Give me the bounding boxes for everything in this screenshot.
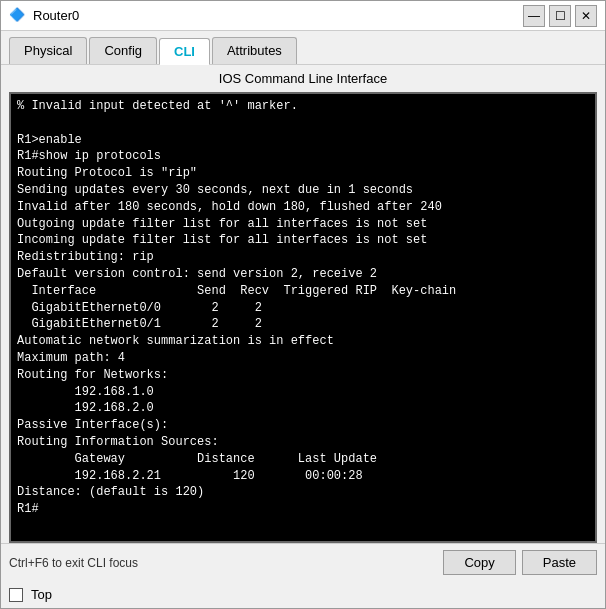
paste-button[interactable]: Paste — [522, 550, 597, 575]
router-icon: 🔷 — [9, 7, 27, 25]
cli-scrollable[interactable]: % Invalid input detected at '^' marker. … — [11, 94, 595, 541]
tab-attributes[interactable]: Attributes — [212, 37, 297, 64]
tab-physical[interactable]: Physical — [9, 37, 87, 64]
title-bar: 🔷 Router0 — ☐ ✕ — [1, 1, 605, 31]
title-bar-left: 🔷 Router0 — [9, 7, 79, 25]
cli-output: % Invalid input detected at '^' marker. … — [17, 98, 589, 518]
cli-container[interactable]: % Invalid input detected at '^' marker. … — [9, 92, 597, 543]
top-label: Top — [31, 587, 52, 602]
copy-button[interactable]: Copy — [443, 550, 515, 575]
title-bar-controls: — ☐ ✕ — [523, 5, 597, 27]
tab-config[interactable]: Config — [89, 37, 157, 64]
cli-hint: Ctrl+F6 to exit CLI focus — [9, 556, 138, 570]
close-button[interactable]: ✕ — [575, 5, 597, 27]
window-title: Router0 — [33, 8, 79, 23]
maximize-button[interactable]: ☐ — [549, 5, 571, 27]
footer-bar: Top — [1, 581, 605, 608]
tab-bar: Physical Config CLI Attributes — [1, 31, 605, 65]
bottom-bar: Ctrl+F6 to exit CLI focus Copy Paste — [1, 543, 605, 581]
section-title: IOS Command Line Interface — [1, 65, 605, 92]
tab-cli[interactable]: CLI — [159, 38, 210, 65]
router0-window: 🔷 Router0 — ☐ ✕ Physical Config CLI Attr… — [0, 0, 606, 609]
bottom-buttons: Copy Paste — [443, 550, 597, 575]
minimize-button[interactable]: — — [523, 5, 545, 27]
top-checkbox[interactable] — [9, 588, 23, 602]
